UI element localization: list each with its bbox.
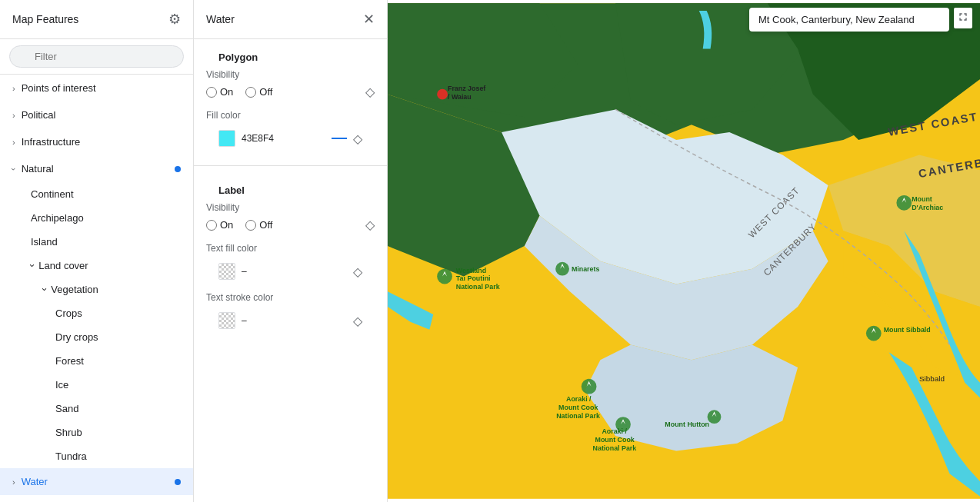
sidebar-item-forest[interactable]: Forest — [0, 349, 193, 373]
visibility-off-input[interactable] — [245, 87, 256, 98]
label-visibility-off-radio[interactable]: Off — [245, 219, 272, 231]
sidebar-item-background[interactable]: Background — [0, 495, 193, 502]
sidebar-item-label: Crops — [55, 308, 82, 319]
svg-point-44 — [437, 89, 448, 100]
svg-text:Minarets: Minarets — [572, 265, 600, 273]
radio-group-label-visibility: On Off — [206, 216, 272, 234]
sidebar-item-label: Forest — [55, 355, 84, 367]
modified-dot — [175, 166, 181, 172]
chevron-down-icon: › — [9, 168, 18, 171]
sidebar-item-label: Political — [22, 109, 56, 121]
sidebar-item-ice[interactable]: Ice — [0, 373, 193, 397]
off-label: Off — [259, 86, 272, 98]
svg-text:Mount Cook: Mount Cook — [595, 436, 635, 444]
sidebar-item-crops[interactable]: Crops — [0, 301, 193, 325]
close-button[interactable]: ✕ — [363, 11, 375, 28]
svg-text:Tai Poutini: Tai Poutini — [456, 274, 491, 282]
svg-text:Mount Cook: Mount Cook — [558, 404, 598, 411]
svg-text:Mount Hutton: Mount Hutton — [665, 421, 709, 428]
filter-wrapper: ⊟ — [9, 45, 184, 68]
text-fill-color-row: – ◇ — [206, 257, 375, 286]
diamond-icon[interactable]: ◇ — [353, 264, 362, 279]
sidebar-item-tundra[interactable]: Tundra — [0, 444, 193, 468]
visibility-control: On Off ◇ — [206, 83, 375, 101]
fill-color-line — [332, 138, 347, 139]
fill-color-row: 43E8F4 ◇ — [206, 124, 375, 153]
svg-point-36 — [896, 195, 912, 211]
label-visibility-on-input[interactable] — [206, 220, 217, 231]
text-fill-label: Text fill color — [206, 237, 375, 254]
section-divider — [194, 165, 387, 166]
sidebar-item-label: Sand — [55, 403, 78, 414]
sidebar-item-label: Continent — [31, 188, 74, 200]
sidebar-item-label: Dry crops — [55, 331, 98, 343]
svg-text:Aoraki /: Aoraki / — [602, 427, 627, 435]
text-fill-value: – — [242, 266, 247, 277]
sidebar-item-label: Island — [31, 236, 58, 248]
off-label: Off — [259, 219, 272, 231]
sidebar-item-label: Water — [22, 476, 48, 487]
sidebar-item-water[interactable]: › Water — [0, 468, 193, 495]
visibility-label: Visibility — [206, 69, 375, 80]
svg-text:Mount Sibbald: Mount Sibbald — [884, 326, 931, 334]
sidebar-item-label: Points of interest — [22, 82, 96, 94]
filter-input[interactable] — [9, 45, 184, 68]
sidebar-item-dry-crops[interactable]: Dry crops — [0, 325, 193, 349]
svg-text:Mount: Mount — [912, 195, 932, 203]
sidebar-header: Map Features ⚙ — [0, 0, 193, 39]
text-fill-swatch[interactable] — [218, 263, 235, 280]
svg-text:Sibbald: Sibbald — [919, 374, 945, 383]
text-stroke-swatch[interactable] — [218, 312, 235, 329]
label-visibility-control: On Off ◇ — [206, 216, 375, 234]
sidebar-item-natural[interactable]: › Natural — [0, 155, 193, 182]
search-box[interactable]: Mt Cook, Canterbury, New Zealand — [749, 8, 949, 32]
diamond-icon[interactable]: ◇ — [353, 314, 362, 328]
label-visibility-off-input[interactable] — [245, 220, 256, 231]
sidebar-item-label: Tundra — [55, 450, 87, 462]
svg-text:National Park: National Park — [456, 283, 500, 291]
chevron-right-icon: › — [12, 477, 15, 487]
sidebar-item-island[interactable]: Island — [0, 230, 193, 254]
sidebar-item-land-cover[interactable]: › Land cover — [0, 254, 193, 278]
search-text: Mt Cook, Canterbury, New Zealand — [758, 14, 915, 25]
map-area[interactable]: Westland Tai Poutini National Park Minar… — [388, 0, 980, 502]
on-label: On — [220, 219, 233, 231]
sidebar-item-label: Infrastructure — [22, 136, 81, 148]
fill-color-swatch[interactable] — [218, 130, 235, 147]
middle-panel: Water ✕ Polygon Visibility On Off ◇ — [194, 0, 388, 502]
map-svg: Westland Tai Poutini National Park Minar… — [388, 0, 980, 502]
sidebar: Map Features ⚙ ⊟ › Points of interest › … — [0, 0, 194, 502]
sidebar-item-shrub[interactable]: Shrub — [0, 421, 193, 444]
modified-dot — [175, 479, 181, 485]
label-visibility-label: Visibility — [206, 202, 375, 213]
label-visibility-on-radio[interactable]: On — [206, 219, 233, 231]
text-stroke-value: – — [242, 315, 247, 326]
sidebar-item-label: Archipelago — [31, 212, 84, 224]
sidebar-item-continent[interactable]: Continent — [0, 182, 193, 206]
sidebar-item-vegetation[interactable]: › Vegetation — [0, 278, 193, 301]
sidebar-item-points-of-interest[interactable]: › Points of interest — [0, 75, 193, 101]
sidebar-item-infrastructure[interactable]: › Infrastructure — [0, 128, 193, 155]
sidebar-item-label: Shrub — [55, 427, 82, 438]
sidebar-item-archipelago[interactable]: Archipelago — [0, 206, 193, 230]
chevron-down-icon: › — [39, 288, 51, 291]
visibility-off-radio[interactable]: Off — [245, 86, 272, 98]
sidebar-item-political[interactable]: › Political — [0, 101, 193, 128]
diamond-icon[interactable]: ◇ — [353, 131, 362, 146]
gear-icon[interactable]: ⚙ — [168, 11, 181, 28]
middle-panel-title: Water — [206, 13, 235, 25]
label-section: Label Visibility On Off ◇ Text fill colo… — [194, 172, 387, 341]
visibility-on-radio[interactable]: On — [206, 86, 233, 98]
diamond-icon[interactable]: ◇ — [365, 85, 375, 99]
chevron-right-icon: › — [12, 138, 15, 147]
svg-text:Westland: Westland — [456, 267, 486, 274]
text-stroke-color-row: – ◇ — [206, 306, 375, 335]
sidebar-item-label: Natural — [22, 163, 54, 175]
expand-button[interactable] — [954, 8, 972, 28]
sidebar-item-sand[interactable]: Sand — [0, 397, 193, 421]
sidebar-item-label: Land cover — [38, 260, 88, 271]
svg-text:National Park: National Park — [593, 444, 637, 452]
diamond-icon[interactable]: ◇ — [365, 218, 375, 232]
text-stroke-label: Text stroke color — [206, 286, 375, 303]
visibility-on-input[interactable] — [206, 87, 217, 98]
